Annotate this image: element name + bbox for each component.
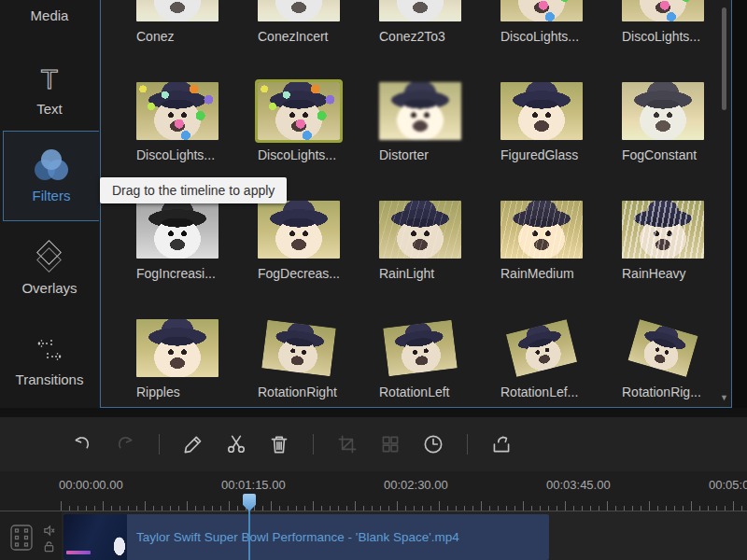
filter-item[interactable]: DiscoLights...	[622, 0, 732, 48]
ruler-tick	[683, 506, 684, 511]
filter-item[interactable]: DiscoLights...	[500, 0, 622, 48]
filter-item[interactable]: RotationLef...	[500, 319, 622, 403]
clip-thumbnail	[63, 514, 127, 560]
ruler-tick	[531, 506, 532, 511]
filter-item[interactable]: DiscoLights...	[258, 82, 379, 166]
filter-thumbnail	[506, 319, 577, 377]
split-button[interactable]	[221, 429, 251, 459]
filter-name: DiscoLights...	[622, 29, 732, 44]
filter-name: RotationLeft	[379, 385, 495, 399]
duration-button[interactable]	[418, 429, 448, 459]
video-editor-window: Media T Text Filters Overlays	[0, 0, 747, 560]
filters-venn-icon	[4, 148, 99, 184]
filter-item[interactable]: RainMedium	[500, 201, 622, 285]
ruler-tick	[464, 506, 465, 511]
ruler-tick	[388, 506, 389, 511]
toolbar-separator	[467, 434, 468, 455]
redo-icon	[113, 432, 137, 456]
filter-item[interactable]: FiguredGlass	[500, 82, 622, 166]
lock-track-icon[interactable]	[43, 540, 55, 553]
video-clip[interactable]: Taylor Swift Super Bowl Performance - 'B…	[63, 514, 549, 560]
filter-item[interactable]: RainLight	[379, 201, 500, 285]
mute-speaker-icon[interactable]	[43, 525, 55, 537]
ruler-tick	[111, 506, 112, 511]
ruler-tick	[145, 501, 146, 511]
filter-thumbnail	[379, 0, 461, 21]
filter-thumbnail	[383, 320, 458, 377]
filter-name: DiscoLights...	[258, 147, 374, 162]
ruler-tick	[657, 506, 658, 511]
ruler-tick	[422, 506, 423, 511]
ruler-tick	[523, 501, 524, 511]
ruler-tick	[363, 506, 364, 511]
redo-button[interactable]	[110, 429, 140, 459]
ruler-tick	[481, 501, 482, 511]
ruler-tick	[405, 506, 406, 511]
sidebar-item-overlays[interactable]: Overlays	[0, 241, 99, 296]
sidebar-item-transitions[interactable]: Transitions	[0, 332, 99, 387]
undo-button[interactable]	[67, 429, 97, 459]
ruler-tick	[330, 506, 331, 511]
ruler-tick	[557, 506, 557, 511]
filter-thumbnail	[136, 319, 218, 377]
filter-item[interactable]: Conez2To3	[379, 0, 500, 48]
ruler-tick	[397, 501, 398, 511]
scroll-down-arrow-icon[interactable]: ▼	[720, 394, 728, 402]
filter-item[interactable]: Conez	[136, 0, 258, 48]
filter-item[interactable]: FogDecreas...	[258, 201, 379, 285]
filter-thumbnail	[258, 0, 340, 21]
filter-item[interactable]: RotationRig...	[622, 319, 732, 403]
ruler-tick	[69, 506, 70, 511]
filter-thumbnail	[379, 201, 461, 259]
ruler-tick	[548, 506, 549, 511]
mosaic-icon	[378, 432, 402, 456]
filter-item[interactable]: DiscoLights...	[136, 82, 258, 166]
sidebar-item-label: Text	[0, 101, 99, 117]
ruler-tick	[649, 501, 650, 511]
filter-thumbnail	[136, 0, 218, 21]
filter-item[interactable]: Ripples	[136, 319, 258, 403]
filter-name: FiguredGlass	[500, 147, 616, 162]
filter-thumbnail	[622, 0, 704, 21]
ruler-timestamp: 00:00:00.00	[59, 478, 123, 492]
filter-name: FogDecreas...	[258, 266, 374, 281]
ruler-tick	[430, 506, 431, 511]
filter-item[interactable]: RainHeavy	[622, 201, 732, 285]
ruler-tick	[304, 506, 305, 511]
filter-name: Ripples	[136, 385, 252, 399]
crop-button[interactable]	[332, 429, 362, 459]
filter-item[interactable]: RotationLeft	[379, 319, 500, 403]
filter-item[interactable]: FogIncreasi...	[136, 201, 258, 285]
filter-item[interactable]: RotationRight	[258, 319, 379, 403]
filter-name: ConezIncert	[258, 29, 374, 44]
sidebar-item-media[interactable]: Media	[0, 4, 99, 23]
export-button[interactable]	[486, 429, 516, 459]
mosaic-button[interactable]	[375, 429, 405, 459]
toolbar-separator	[159, 434, 160, 455]
panel-scrollbar[interactable]	[722, 7, 726, 110]
ruler-tick	[178, 506, 179, 511]
filter-name: Conez	[136, 29, 252, 44]
drag-tooltip: Drag to the timeline to apply	[100, 177, 287, 203]
delete-button[interactable]	[264, 429, 294, 459]
timeline-ruler[interactable]: 00:00:00.0000:01:15.0000:02:30.0000:03:4…	[0, 471, 747, 511]
edit-pencil-icon	[181, 432, 205, 456]
ruler-tick	[321, 506, 322, 511]
ruler-timestamp: 00:05:00.00	[709, 478, 747, 492]
ruler-tick	[615, 506, 616, 511]
text-icon: T	[0, 62, 99, 97]
ruler-tick	[338, 506, 339, 511]
filter-item[interactable]: FogConstant	[622, 82, 732, 166]
filter-item[interactable]: Distorter	[379, 82, 500, 166]
sidebar-item-text[interactable]: T Text	[0, 62, 99, 117]
sidebar-item-filters[interactable]: Filters	[3, 131, 99, 221]
playhead-line	[248, 511, 250, 560]
ruler-tick	[103, 501, 104, 511]
crop-icon	[335, 432, 359, 456]
ruler-tick	[456, 506, 457, 511]
filter-name: FogIncreasi...	[136, 266, 252, 281]
ruler-tick	[380, 506, 381, 511]
ruler-tick	[447, 506, 448, 511]
filter-item[interactable]: ConezIncert	[258, 0, 379, 48]
edit-button[interactable]	[178, 429, 208, 459]
